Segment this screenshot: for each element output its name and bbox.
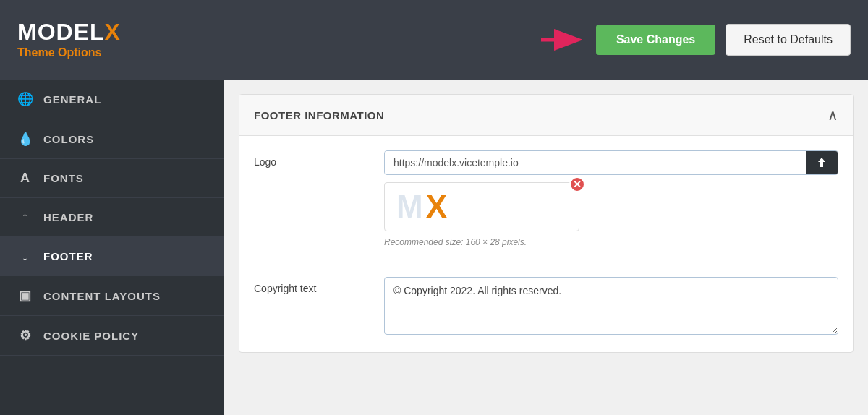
logo-upload-button[interactable] <box>806 151 838 174</box>
logo-control: M X ✕ Recommended size: 160 × 28 pixels. <box>384 150 838 247</box>
footer-icon: ↓ <box>17 249 33 264</box>
sidebar-item-content-layouts[interactable]: ▣CONTENT LAYOUTS <box>0 276 224 316</box>
preview-x-letter: X <box>426 191 447 223</box>
section-header: FOOTER INFORMATION ∧ <box>239 95 853 136</box>
remove-logo-button[interactable]: ✕ <box>569 176 585 192</box>
logo-area: MODELX Theme Options <box>17 20 538 59</box>
sidebar-item-footer[interactable]: ↓FOOTER <box>0 237 224 276</box>
general-icon: 🌐 <box>17 91 33 107</box>
logo-row: Logo M X <box>239 136 853 262</box>
sidebar-item-colors[interactable]: 💧COLORS <box>0 119 224 159</box>
sidebar-label-cookie-policy: COOKIE POLICY <box>43 330 139 342</box>
logo-url-input[interactable] <box>385 151 806 174</box>
fonts-icon: A <box>17 171 33 186</box>
logo-label: Logo <box>254 150 370 168</box>
preview-m-letter: M <box>396 191 423 223</box>
logo-preview: M X <box>384 182 579 231</box>
content-area: FOOTER INFORMATION ∧ Logo <box>224 80 868 415</box>
sidebar-item-fonts[interactable]: AFONTS <box>0 159 224 198</box>
copyright-textarea[interactable] <box>384 277 838 335</box>
main-layout: 🌐GENERAL💧COLORSAFONTS↑HEADER↓FOOTER▣CONT… <box>0 80 868 415</box>
collapse-icon[interactable]: ∧ <box>827 106 838 124</box>
sidebar-label-footer: FOOTER <box>43 250 93 262</box>
header-icon: ↑ <box>17 210 33 225</box>
colors-icon: 💧 <box>17 131 33 147</box>
footer-information-section: FOOTER INFORMATION ∧ Logo <box>239 94 854 353</box>
reset-defaults-button[interactable]: Reset to Defaults <box>726 24 851 56</box>
logo-wordmark: MODELX <box>17 20 538 43</box>
copyright-label: Copyright text <box>254 277 370 294</box>
logo-input-group <box>384 150 838 175</box>
save-changes-button[interactable]: Save Changes <box>596 25 715 55</box>
sidebar-label-content-layouts: CONTENT LAYOUTS <box>43 290 161 302</box>
logo-x: X <box>105 19 121 45</box>
sidebar-item-cookie-policy[interactable]: ⚙COOKIE POLICY <box>0 316 224 356</box>
sidebar-label-colors: COLORS <box>43 133 94 145</box>
sidebar: 🌐GENERAL💧COLORSAFONTS↑HEADER↓FOOTER▣CONT… <box>0 80 224 415</box>
copyright-row: Copyright text <box>239 262 853 352</box>
header: MODELX Theme Options Save Changes Reset … <box>0 0 868 80</box>
header-actions: Save Changes Reset to Defaults <box>538 24 851 56</box>
logo-preview-wrapper: M X ✕ <box>384 182 579 231</box>
theme-options-label: Theme Options <box>17 46 538 59</box>
section-title: FOOTER INFORMATION <box>254 109 384 121</box>
sidebar-label-fonts: FONTS <box>43 172 84 184</box>
logo-model: MODEL <box>17 19 105 45</box>
sidebar-item-general[interactable]: 🌐GENERAL <box>0 80 224 119</box>
copyright-control <box>384 277 838 338</box>
content-layouts-icon: ▣ <box>17 288 33 304</box>
sidebar-label-general: GENERAL <box>43 93 101 106</box>
sidebar-label-header: HEADER <box>43 211 93 223</box>
arrow-icon <box>538 27 582 53</box>
sidebar-item-header[interactable]: ↑HEADER <box>0 198 224 237</box>
recommended-size-text: Recommended size: 160 × 28 pixels. <box>384 237 838 247</box>
cookie-policy-icon: ⚙ <box>17 328 33 343</box>
